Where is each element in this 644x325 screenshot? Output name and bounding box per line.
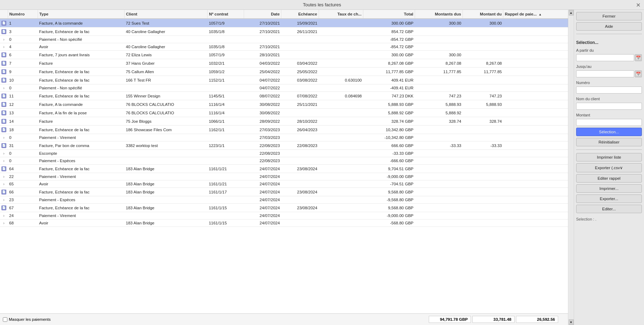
jusqu-au-calendar-icon[interactable]: 📅: [635, 70, 642, 77]
imprimer-button[interactable]: Imprimer...: [576, 184, 642, 193]
table-row[interactable]: ›4Avoir40 Caroline Gallagher1035/1/827/1…: [0, 43, 568, 51]
table-row[interactable]: ›24Paiement - Virement24/07/2024-9,000.0…: [0, 212, 568, 219]
cell-client: 3382 worktop test: [125, 141, 208, 150]
cell-montant_du: [463, 36, 503, 43]
table-row[interactable]: ›0Paiement - Virement27/03/2023-10,342.8…: [0, 134, 568, 141]
cell-date: 25/04/2022: [244, 68, 281, 76]
exporter-button[interactable]: Exporter...: [576, 195, 642, 203]
cell-montants_dus: [415, 188, 463, 196]
table-row[interactable]: 📄66Facture, Echéance de la fac183 Alan B…: [0, 188, 568, 196]
expand-icon[interactable]: ›: [3, 182, 4, 186]
cell-rappel: [503, 51, 568, 59]
a-partir-du-row: 📅: [576, 54, 642, 61]
expand-icon[interactable]: ›: [3, 175, 4, 179]
expand-icon[interactable]: ›: [3, 159, 4, 163]
reinitialiser-button[interactable]: Réinitialiser: [576, 138, 642, 146]
table-row[interactable]: ›23Paiement - Espèces24/07/2024-9,568.80…: [0, 196, 568, 204]
expand-icon[interactable]: ›: [3, 152, 4, 155]
table-row[interactable]: ›68Avoir183 Alan Bridge1161/1/1524/07/20…: [0, 219, 568, 227]
col-montants-dus[interactable]: Montants dus: [415, 10, 463, 19]
table-row[interactable]: 📄3Facture, Echéance de la fac40 Caroline…: [0, 27, 568, 36]
col-numero[interactable]: Numéro: [8, 10, 38, 19]
cell-no_contrat: [208, 173, 244, 180]
cell-montant_du: [463, 76, 503, 84]
close-icon[interactable]: ✕: [636, 2, 640, 8]
cell-taux_ch: [319, 219, 363, 227]
editer-rappel-button[interactable]: Editer rappel: [576, 174, 642, 183]
col-total[interactable]: Total: [363, 10, 415, 19]
col-icon: [0, 10, 8, 19]
cell-montants_dus: [415, 150, 463, 157]
aide-button[interactable]: Aide: [576, 22, 642, 31]
cell-echeance: 03/04/2022: [281, 59, 319, 68]
numero-input[interactable]: [576, 87, 642, 94]
cell-echeance: [281, 84, 319, 92]
expand-icon[interactable]: ›: [3, 214, 4, 218]
table-row[interactable]: ›22Paiement - Virement24/07/2024-9,000.0…: [0, 173, 568, 180]
cell-no_contrat: 1145/5/1: [208, 92, 244, 100]
a-partir-du-input[interactable]: [576, 54, 634, 61]
table-row[interactable]: ›0Paiement - Non spécifié04/07/2022-409.…: [0, 84, 568, 92]
editer-button[interactable]: Editer...: [576, 205, 642, 213]
col-echeance[interactable]: Echéance: [281, 10, 319, 19]
exporter-csv-button[interactable]: Exporter (.csv∨: [576, 163, 642, 172]
cell-montants_dus: 5,888.92: [415, 109, 463, 117]
expand-icon[interactable]: ›: [3, 45, 4, 49]
col-type[interactable]: Type: [38, 10, 125, 19]
expand-icon[interactable]: ›: [3, 221, 4, 225]
table-row[interactable]: 📄10Facture, Echéance de la fac166 T Test…: [0, 76, 568, 84]
cell-type: Facture: [38, 117, 125, 126]
masquer-paiements-checkbox[interactable]: [3, 317, 7, 322]
cell-type: Paiement - Non spécifié: [38, 84, 125, 92]
scrollbar[interactable]: ▲ ▼: [568, 10, 574, 325]
table-row[interactable]: 📄67Facture, Echéance de la fac183 Alan B…: [0, 204, 568, 212]
table-row[interactable]: 📄7Facture37 Hans Gruber1032/2/104/03/202…: [0, 59, 568, 68]
scrollbar-down[interactable]: ▼: [569, 319, 574, 325]
table-row[interactable]: 📄18Facture, Echéance de la fac186 Showca…: [0, 126, 568, 134]
cell-montant_du: 300.00: [463, 19, 503, 27]
cell-rappel: [503, 219, 568, 227]
cell-client: 155 Winner Design: [125, 92, 208, 100]
right-panel: Fermer Aide Sélection... A partir du 📅 J…: [574, 10, 644, 325]
table-row[interactable]: 📄13Facture, A la fin de la pose76 BLOCKS…: [0, 109, 568, 117]
cell-taux_ch: [319, 188, 363, 196]
expand-icon[interactable]: ›: [3, 136, 4, 140]
scrollbar-up[interactable]: ▲: [569, 10, 574, 15]
table-row[interactable]: 📄64Facture, Echéance de la fac183 Alan B…: [0, 165, 568, 173]
table-row[interactable]: ›0Escompte22/08/2023-33.33 GBP: [0, 150, 568, 157]
cell-total: -33.33 GBP: [363, 150, 415, 157]
a-partir-du-calendar-icon[interactable]: 📅: [635, 54, 642, 61]
scrollbar-track[interactable]: [569, 15, 573, 319]
table-row[interactable]: ›65Avoir183 Alan Bridge1161/1/2124/07/20…: [0, 180, 568, 188]
montant-label: Montant: [576, 113, 642, 117]
table-row[interactable]: 📄11Facture, Echéance de la fac155 Winner…: [0, 92, 568, 100]
table-row[interactable]: 📄9Facture, Echéance de la fac75 Callum A…: [0, 68, 568, 76]
table-row[interactable]: 📄14Facture75 Joe Bloggs1066/1/128/09/202…: [0, 117, 568, 126]
col-rappel[interactable]: Rappel de paie... ▲: [503, 10, 568, 19]
col-taux[interactable]: Taux de ch...: [319, 10, 363, 19]
montant-input[interactable]: [576, 119, 642, 126]
expand-icon[interactable]: ›: [3, 198, 4, 202]
selection-button[interactable]: Sélection...: [576, 128, 642, 136]
col-montant-du[interactable]: Montant du: [463, 10, 503, 19]
expand-icon[interactable]: ›: [3, 38, 4, 42]
table-row[interactable]: 📄1Facture, A la commande72 Sues Test1057…: [0, 19, 568, 27]
imprimer-liste-button[interactable]: Imprimer liste: [576, 153, 642, 161]
col-client[interactable]: Client: [125, 10, 208, 19]
cell-client: [125, 84, 208, 92]
table-row[interactable]: 📄12Facture, A la commande76 BLOCKS CALCU…: [0, 100, 568, 109]
doc-icon: 📄: [1, 61, 6, 66]
table-row[interactable]: ›0Paiement - Non spécifié-854.72 GBP: [0, 36, 568, 43]
nom-client-input[interactable]: [576, 103, 642, 110]
cell-taux_ch: [319, 126, 363, 134]
jusqu-au-input[interactable]: [576, 70, 634, 77]
fermer-button[interactable]: Fermer: [576, 12, 642, 20]
col-contrat[interactable]: Nº contrat: [208, 10, 244, 19]
cell-type: Facture, Echéance de la fac: [38, 204, 125, 212]
expand-icon[interactable]: ›: [3, 86, 4, 90]
col-date[interactable]: Date: [244, 10, 281, 19]
table-row[interactable]: 📄6Facture, 7 jours avant livrais72 Eliza…: [0, 51, 568, 59]
table-row[interactable]: ›0Paiement - Espèces22/08/2023-666.60 GB…: [0, 157, 568, 165]
table-row[interactable]: 📄31Facture, Par bon de comma3382 worktop…: [0, 141, 568, 150]
cell-client: 183 Alan Bridge: [125, 180, 208, 188]
